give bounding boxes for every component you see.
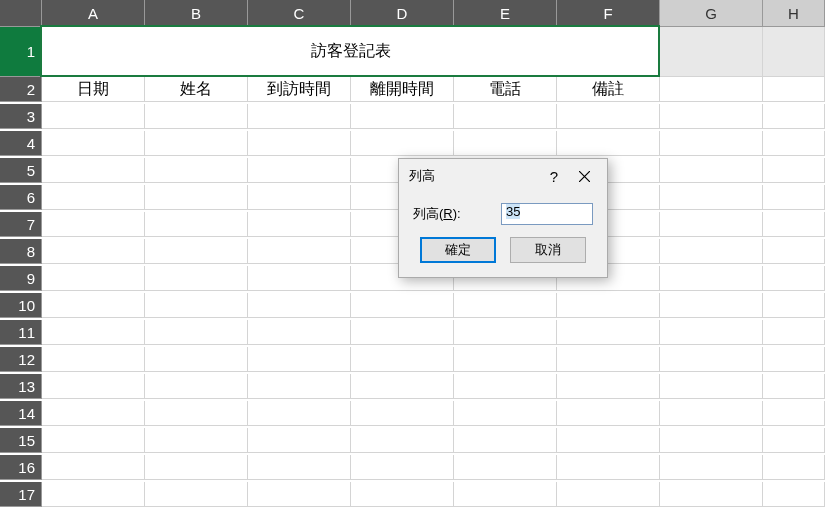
cell-E3[interactable] <box>454 104 557 129</box>
cell-B13[interactable] <box>145 374 248 399</box>
col-header-C[interactable]: C <box>248 0 351 27</box>
cell-E16[interactable] <box>454 455 557 480</box>
cell-C16[interactable] <box>248 455 351 480</box>
cell-H16[interactable] <box>763 455 825 480</box>
cell-A11[interactable] <box>42 320 145 345</box>
cell-E15[interactable] <box>454 428 557 453</box>
cell-H2[interactable] <box>763 77 825 102</box>
cell-D16[interactable] <box>351 455 454 480</box>
cell-H5[interactable] <box>763 158 825 183</box>
cell-B9[interactable] <box>145 266 248 291</box>
col-header-F[interactable]: F <box>557 0 660 27</box>
cell-D11[interactable] <box>351 320 454 345</box>
cell-A15[interactable] <box>42 428 145 453</box>
cell-B17[interactable] <box>145 482 248 507</box>
row-header-3[interactable]: 3 <box>0 104 42 129</box>
cell-G7[interactable] <box>660 212 763 237</box>
cell-G17[interactable] <box>660 482 763 507</box>
cell-A12[interactable] <box>42 347 145 372</box>
cell-A7[interactable] <box>42 212 145 237</box>
cell-B16[interactable] <box>145 455 248 480</box>
cell-G13[interactable] <box>660 374 763 399</box>
cell-H3[interactable] <box>763 104 825 129</box>
cell-B2[interactable]: 姓名 <box>145 77 248 102</box>
cell-F14[interactable] <box>557 401 660 426</box>
cell-F4[interactable] <box>557 131 660 156</box>
ok-button[interactable]: 確定 <box>420 237 496 263</box>
row-header-15[interactable]: 15 <box>0 428 42 453</box>
cell-G9[interactable] <box>660 266 763 291</box>
cell-G10[interactable] <box>660 293 763 318</box>
cell-E13[interactable] <box>454 374 557 399</box>
cell-H13[interactable] <box>763 374 825 399</box>
cell-H6[interactable] <box>763 185 825 210</box>
cell-F10[interactable] <box>557 293 660 318</box>
cell-A8[interactable] <box>42 239 145 264</box>
cell-B10[interactable] <box>145 293 248 318</box>
row-header-2[interactable]: 2 <box>0 77 42 102</box>
col-header-G[interactable]: G <box>660 0 763 27</box>
cell-B14[interactable] <box>145 401 248 426</box>
cell-C11[interactable] <box>248 320 351 345</box>
cell-E12[interactable] <box>454 347 557 372</box>
row-header-8[interactable]: 8 <box>0 239 42 264</box>
cell-B5[interactable] <box>145 158 248 183</box>
cell-H14[interactable] <box>763 401 825 426</box>
title-merged-cell[interactable]: 訪客登記表 <box>42 27 660 77</box>
cell-F2[interactable]: 備註 <box>557 77 660 102</box>
cell-D2[interactable]: 離開時間 <box>351 77 454 102</box>
col-header-E[interactable]: E <box>454 0 557 27</box>
cell-D4[interactable] <box>351 131 454 156</box>
cell-H12[interactable] <box>763 347 825 372</box>
cell-B11[interactable] <box>145 320 248 345</box>
col-header-A[interactable]: A <box>42 0 145 27</box>
cell-A3[interactable] <box>42 104 145 129</box>
cell-C4[interactable] <box>248 131 351 156</box>
row-header-11[interactable]: 11 <box>0 320 42 345</box>
cell-E4[interactable] <box>454 131 557 156</box>
col-header-B[interactable]: B <box>145 0 248 27</box>
cell-D13[interactable] <box>351 374 454 399</box>
cell-C14[interactable] <box>248 401 351 426</box>
cell-F13[interactable] <box>557 374 660 399</box>
cell-G11[interactable] <box>660 320 763 345</box>
cell-H8[interactable] <box>763 239 825 264</box>
cell-G3[interactable] <box>660 104 763 129</box>
cell-D10[interactable] <box>351 293 454 318</box>
row-header-16[interactable]: 16 <box>0 455 42 480</box>
cell-E2[interactable]: 電話 <box>454 77 557 102</box>
cell-C10[interactable] <box>248 293 351 318</box>
help-icon[interactable]: ? <box>539 165 569 187</box>
dialog-titlebar[interactable]: 列高 ? <box>399 159 607 193</box>
row-header-13[interactable]: 13 <box>0 374 42 399</box>
cell-C3[interactable] <box>248 104 351 129</box>
cell-A13[interactable] <box>42 374 145 399</box>
cell-A16[interactable] <box>42 455 145 480</box>
row-header-12[interactable]: 12 <box>0 347 42 372</box>
row-header-10[interactable]: 10 <box>0 293 42 318</box>
cell-C6[interactable] <box>248 185 351 210</box>
cell-H10[interactable] <box>763 293 825 318</box>
cell-F11[interactable] <box>557 320 660 345</box>
cell-A2[interactable]: 日期 <box>42 77 145 102</box>
row-header-4[interactable]: 4 <box>0 131 42 156</box>
cell-C9[interactable] <box>248 266 351 291</box>
cell-D17[interactable] <box>351 482 454 507</box>
cell-A14[interactable] <box>42 401 145 426</box>
cell-G12[interactable] <box>660 347 763 372</box>
cell-F17[interactable] <box>557 482 660 507</box>
row-header-6[interactable]: 6 <box>0 185 42 210</box>
cell-F3[interactable] <box>557 104 660 129</box>
cancel-button[interactable]: 取消 <box>510 237 586 263</box>
cell-C8[interactable] <box>248 239 351 264</box>
cell-A9[interactable] <box>42 266 145 291</box>
cell-A5[interactable] <box>42 158 145 183</box>
cell-H9[interactable] <box>763 266 825 291</box>
row-header-9[interactable]: 9 <box>0 266 42 291</box>
cell-D14[interactable] <box>351 401 454 426</box>
cell-H11[interactable] <box>763 320 825 345</box>
cell-G6[interactable] <box>660 185 763 210</box>
cell-G5[interactable] <box>660 158 763 183</box>
cell-B4[interactable] <box>145 131 248 156</box>
cell-C17[interactable] <box>248 482 351 507</box>
